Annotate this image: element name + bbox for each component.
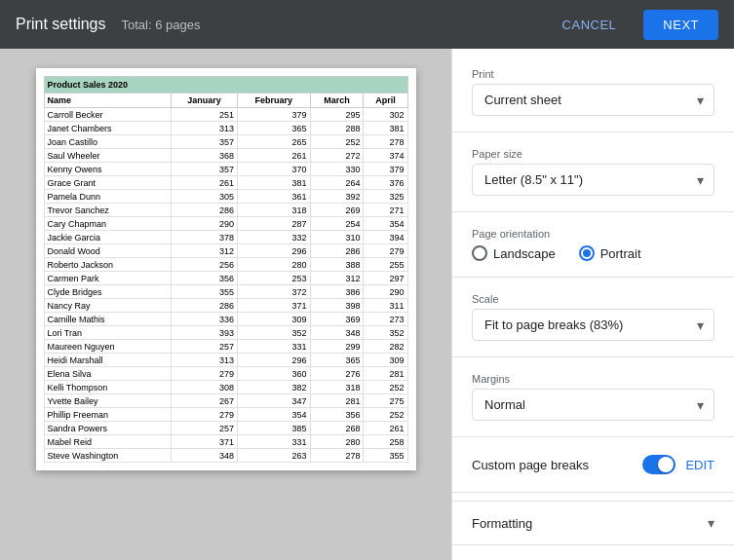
table-row: Lori Tran393352348352 xyxy=(44,326,407,340)
table-row: Carroll Becker251379295302 xyxy=(44,108,407,122)
table-row: Pamela Dunn305361392325 xyxy=(44,190,407,204)
table-cell: 281 xyxy=(310,394,364,408)
table-cell: 286 xyxy=(172,299,238,313)
table-row: Jackie Garcia378332310394 xyxy=(44,231,407,244)
portrait-option[interactable]: Portrait xyxy=(579,245,641,261)
table-cell: 372 xyxy=(238,285,311,299)
formatting-chevron-icon: ▾ xyxy=(708,515,715,531)
table-cell: Mabel Reid xyxy=(44,435,172,449)
scale-select[interactable]: Fit to page breaks (83%) xyxy=(472,309,715,341)
table-cell: 357 xyxy=(172,135,238,149)
table-cell: 388 xyxy=(310,258,364,272)
table-header-row: Name January February March April xyxy=(44,93,407,108)
table-cell: 305 xyxy=(172,190,238,204)
table-cell: 299 xyxy=(310,340,364,354)
table-cell: 271 xyxy=(364,204,407,217)
custom-page-breaks-row: Custom page breaks EDIT xyxy=(452,445,734,484)
landscape-option[interactable]: Landscape xyxy=(472,245,556,261)
table-row: Roberto Jackson256280388255 xyxy=(44,258,407,272)
table-cell: 325 xyxy=(364,190,407,204)
table-cell: 312 xyxy=(310,272,364,285)
table-cell: 309 xyxy=(238,313,311,326)
table-cell: Elena Silva xyxy=(44,367,172,381)
table-cell: 286 xyxy=(172,204,238,217)
table-cell: 261 xyxy=(364,422,407,435)
table-title-row: Product Sales 2020 xyxy=(44,77,407,93)
headers-footers-accordion: Headers & footers ▾ xyxy=(452,544,734,560)
settings-panel: Print Current sheet Paper size Letter (8… xyxy=(451,49,734,560)
cancel-button[interactable]: CANCEL xyxy=(551,10,629,40)
table-cell: 360 xyxy=(238,367,311,381)
table-cell: 261 xyxy=(238,149,311,163)
table-cell: Yvette Bailey xyxy=(44,394,172,408)
table-cell: 256 xyxy=(172,258,238,272)
table-row: Donald Wood312296286279 xyxy=(44,244,407,258)
table-title: Product Sales 2020 xyxy=(44,77,407,93)
custom-page-breaks-toggle[interactable] xyxy=(642,455,676,474)
table-cell: 269 xyxy=(310,204,364,217)
table-cell: 295 xyxy=(310,108,364,122)
table-cell: Steve Washington xyxy=(44,449,172,463)
paper-size-section: Paper size Letter (8.5" x 11") xyxy=(452,140,734,204)
headers-footers-header[interactable]: Headers & footers ▾ xyxy=(452,545,734,560)
orientation-row: Landscape Portrait xyxy=(472,245,715,261)
table-cell: 288 xyxy=(310,122,364,135)
table-row: Heidi Marshall313296365309 xyxy=(44,354,407,367)
table-cell: 352 xyxy=(238,326,311,340)
table-cell: Clyde Bridges xyxy=(44,285,172,299)
portrait-radio[interactable] xyxy=(579,245,595,261)
table-cell: 368 xyxy=(172,149,238,163)
table-cell: 318 xyxy=(238,204,311,217)
next-button[interactable]: NEXT xyxy=(643,10,718,40)
paper-size-select[interactable]: Letter (8.5" x 11") xyxy=(472,164,715,196)
formatting-label: Formatting xyxy=(472,516,708,531)
table-row: Kenny Owens357370330379 xyxy=(44,163,407,176)
table-cell: 313 xyxy=(172,122,238,135)
table-cell: 379 xyxy=(238,108,311,122)
table-cell: Saul Wheeler xyxy=(44,149,172,163)
table-cell: 310 xyxy=(310,231,364,244)
orientation-label: Page orientation xyxy=(472,228,715,240)
table-cell: Sandra Powers xyxy=(44,422,172,435)
table-row: Steve Washington348263278355 xyxy=(44,449,407,463)
orientation-section: Page orientation Landscape Portrait xyxy=(452,220,734,269)
formatting-header[interactable]: Formatting ▾ xyxy=(452,502,734,544)
page-title: Print settings xyxy=(16,16,105,33)
table-row: Janet Chambers313365288381 xyxy=(44,122,407,135)
divider-4 xyxy=(452,356,734,357)
table-row: Camille Mathis336309369273 xyxy=(44,313,407,326)
table-cell: 371 xyxy=(172,435,238,449)
custom-page-breaks-label: Custom page breaks xyxy=(472,458,633,472)
formatting-accordion: Formatting ▾ xyxy=(452,501,734,544)
main-layout: Product Sales 2020 Name January February… xyxy=(0,49,734,560)
table-cell: 386 xyxy=(310,285,364,299)
table-cell: 252 xyxy=(364,381,407,394)
table-cell: Jackie Garcia xyxy=(44,231,172,244)
table-cell: 354 xyxy=(364,217,407,231)
landscape-radio[interactable] xyxy=(472,245,487,261)
table-row: Trevor Sanchez286318269271 xyxy=(44,204,407,217)
margins-select[interactable]: Normal xyxy=(472,389,715,421)
table-row: Mabel Reid371331280258 xyxy=(44,435,407,449)
table-cell: 352 xyxy=(364,326,407,340)
table-cell: Grace Grant xyxy=(44,176,172,190)
print-section: Print Current sheet xyxy=(452,60,734,124)
table-cell: Phillip Freeman xyxy=(44,408,172,422)
table-cell: 382 xyxy=(238,381,311,394)
table-cell: 309 xyxy=(364,354,407,367)
table-row: Grace Grant261381264376 xyxy=(44,176,407,190)
print-select[interactable]: Current sheet xyxy=(472,84,715,116)
table-cell: 381 xyxy=(364,122,407,135)
table-cell: Trevor Sanchez xyxy=(44,204,172,217)
table-cell: 286 xyxy=(310,244,364,258)
table-cell: 263 xyxy=(238,449,311,463)
edit-link[interactable]: EDIT xyxy=(685,458,715,472)
table-cell: 255 xyxy=(364,258,407,272)
table-cell: 348 xyxy=(172,449,238,463)
table-cell: 370 xyxy=(238,163,311,176)
page-subtitle: Total: 6 pages xyxy=(121,18,200,32)
table-cell: Kelli Thompson xyxy=(44,381,172,394)
table-cell: 296 xyxy=(238,354,311,367)
table-cell: 261 xyxy=(172,176,238,190)
toggle-knob xyxy=(658,457,674,472)
